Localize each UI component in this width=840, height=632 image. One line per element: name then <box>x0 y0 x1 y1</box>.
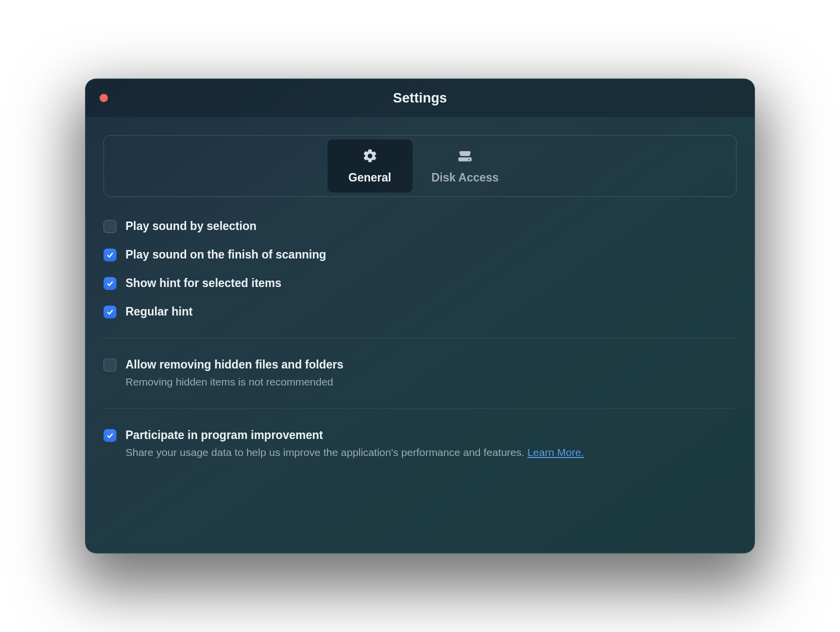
checkbox-program-improvement[interactable] <box>104 429 116 442</box>
checkbox-play-sound-finish[interactable] <box>104 248 116 262</box>
option-regular-hint: Regular hint <box>104 298 736 326</box>
option-label: Play sound on the finish of scanning <box>126 248 326 262</box>
option-description: Share your usage data to help us improve… <box>126 445 584 460</box>
option-program-improvement: Participate in program improvement Share… <box>104 421 736 467</box>
option-allow-remove-hidden: Allow removing hidden files and folders … <box>104 350 736 396</box>
option-show-hint-selected: Show hint for selected items <box>104 269 736 298</box>
checkbox-regular-hint[interactable] <box>104 306 116 318</box>
gear-icon <box>362 148 378 166</box>
window-title: Settings <box>393 90 447 106</box>
settings-list: Play sound by selection Play sound on th… <box>104 197 736 468</box>
checkbox-play-sound-selection[interactable] <box>104 220 116 233</box>
tab-label: General <box>348 171 392 184</box>
option-label: Play sound by selection <box>126 220 256 233</box>
tab-general[interactable]: General <box>328 140 412 192</box>
learn-more-link[interactable]: Learn More. <box>528 446 584 458</box>
option-description-text: Share your usage data to help us improve… <box>126 446 528 458</box>
close-button[interactable] <box>100 94 108 102</box>
tab-label: Disk Access <box>432 171 499 184</box>
option-play-sound-selection: Play sound by selection <box>104 212 736 240</box>
option-label: Show hint for selected items <box>126 276 282 290</box>
content-area: General Disk Access Play sound by select… <box>86 117 754 468</box>
checkbox-show-hint-selected[interactable] <box>104 277 116 290</box>
checkbox-allow-remove-hidden[interactable] <box>104 358 116 372</box>
option-label: Allow removing hidden files and folders <box>126 358 344 372</box>
disk-icon <box>457 148 473 166</box>
tabbar: General Disk Access <box>104 135 736 197</box>
option-label: Regular hint <box>126 305 192 318</box>
option-description: Removing hidden items is not recommended <box>126 374 344 389</box>
tab-disk-access[interactable]: Disk Access <box>418 140 513 192</box>
titlebar: Settings <box>86 79 754 117</box>
option-label: Participate in program improvement <box>126 428 584 442</box>
settings-window: Settings General Disk Access <box>85 78 755 554</box>
option-play-sound-finish: Play sound on the finish of scanning <box>104 240 736 269</box>
divider <box>104 408 736 409</box>
divider <box>104 338 736 338</box>
